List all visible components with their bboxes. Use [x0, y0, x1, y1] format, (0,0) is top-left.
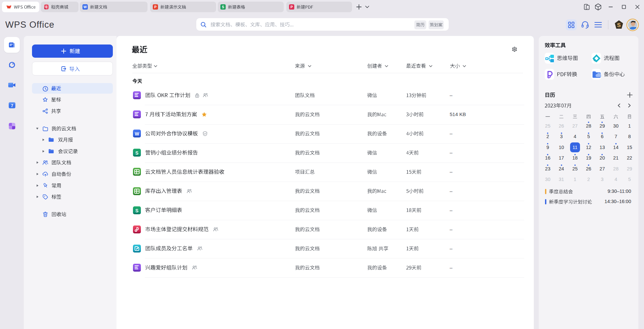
- svg-text:W: W: [83, 5, 87, 9]
- svg-text:S: S: [617, 22, 621, 28]
- svg-text:S: S: [135, 208, 138, 213]
- svg-text:S: S: [222, 5, 224, 9]
- svg-text:W: W: [135, 131, 139, 136]
- svg-text:S: S: [135, 150, 138, 156]
- svg-text:7: 7: [11, 104, 13, 108]
- svg-text:P: P: [154, 5, 156, 9]
- svg-text:P: P: [290, 5, 293, 9]
